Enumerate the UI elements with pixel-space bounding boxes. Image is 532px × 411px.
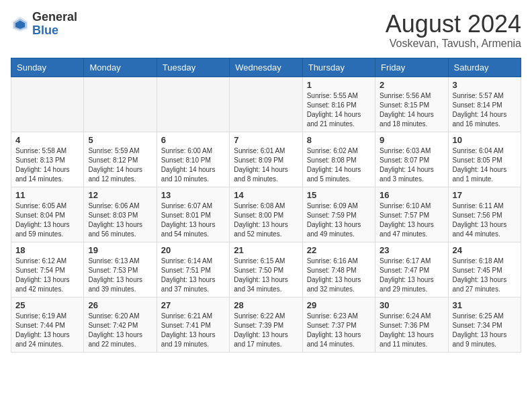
day-cell: 19Sunrise: 6:13 AM Sunset: 7:53 PM Dayli… [84, 242, 157, 297]
logo-general-text: General [32, 11, 77, 24]
logo-blue-text: Blue [32, 24, 77, 38]
day-info: Sunrise: 6:07 AM Sunset: 8:01 PM Dayligh… [161, 201, 225, 239]
day-info: Sunrise: 6:00 AM Sunset: 8:10 PM Dayligh… [161, 146, 225, 184]
day-info: Sunrise: 6:25 AM Sunset: 7:34 PM Dayligh… [453, 312, 517, 349]
calendar-header: SundayMondayTuesdayWednesdayThursdayFrid… [11, 58, 521, 77]
day-cell: 18Sunrise: 6:12 AM Sunset: 7:54 PM Dayli… [11, 242, 84, 297]
day-cell: 22Sunrise: 6:16 AM Sunset: 7:48 PM Dayli… [302, 242, 375, 297]
day-number: 28 [234, 300, 298, 310]
day-number: 17 [453, 190, 517, 200]
day-cell [230, 77, 302, 132]
day-info: Sunrise: 6:23 AM Sunset: 7:37 PM Dayligh… [307, 312, 371, 349]
logo-text: General Blue [32, 11, 77, 38]
day-info: Sunrise: 6:01 AM Sunset: 8:09 PM Dayligh… [234, 146, 298, 184]
day-number: 6 [161, 135, 225, 145]
day-cell: 1Sunrise: 5:55 AM Sunset: 8:16 PM Daylig… [302, 77, 375, 132]
day-number: 30 [380, 300, 443, 310]
day-number: 14 [234, 190, 298, 200]
day-cell: 25Sunrise: 6:19 AM Sunset: 7:44 PM Dayli… [11, 297, 84, 352]
week-row-4: 18Sunrise: 6:12 AM Sunset: 7:54 PM Dayli… [11, 242, 521, 297]
day-cell: 7Sunrise: 6:01 AM Sunset: 8:09 PM Daylig… [230, 132, 302, 187]
day-cell: 21Sunrise: 6:15 AM Sunset: 7:50 PM Dayli… [230, 242, 302, 297]
day-cell [11, 77, 84, 132]
day-cell: 5Sunrise: 5:59 AM Sunset: 8:12 PM Daylig… [84, 132, 157, 187]
day-info: Sunrise: 6:15 AM Sunset: 7:50 PM Dayligh… [234, 257, 298, 294]
day-info: Sunrise: 5:55 AM Sunset: 8:16 PM Dayligh… [307, 91, 371, 129]
day-cell [157, 77, 229, 132]
day-cell: 31Sunrise: 6:25 AM Sunset: 7:34 PM Dayli… [448, 297, 521, 352]
day-cell: 12Sunrise: 6:06 AM Sunset: 8:03 PM Dayli… [84, 187, 157, 242]
day-cell: 14Sunrise: 6:08 AM Sunset: 8:00 PM Dayli… [230, 187, 302, 242]
header-sunday: Sunday [11, 58, 84, 77]
day-cell: 4Sunrise: 5:58 AM Sunset: 8:13 PM Daylig… [11, 132, 84, 187]
header-friday: Friday [375, 58, 448, 77]
day-number: 21 [234, 245, 298, 255]
day-number: 2 [380, 80, 443, 90]
day-cell: 6Sunrise: 6:00 AM Sunset: 8:10 PM Daylig… [157, 132, 229, 187]
day-number: 7 [234, 135, 298, 145]
day-number: 12 [88, 190, 152, 200]
day-number: 31 [453, 300, 517, 310]
title-section: August 2024 Voskevan, Tavush, Armenia [386, 11, 521, 50]
day-info: Sunrise: 6:17 AM Sunset: 7:47 PM Dayligh… [380, 257, 443, 294]
day-cell: 8Sunrise: 6:02 AM Sunset: 8:08 PM Daylig… [302, 132, 375, 187]
day-cell [84, 77, 157, 132]
day-cell: 26Sunrise: 6:20 AM Sunset: 7:42 PM Dayli… [84, 297, 157, 352]
header-wednesday: Wednesday [230, 58, 302, 77]
day-number: 29 [307, 300, 371, 310]
day-cell: 9Sunrise: 6:03 AM Sunset: 8:07 PM Daylig… [375, 132, 448, 187]
day-info: Sunrise: 6:20 AM Sunset: 7:42 PM Dayligh… [88, 312, 152, 349]
day-number: 13 [161, 190, 225, 200]
day-cell: 23Sunrise: 6:17 AM Sunset: 7:47 PM Dayli… [375, 242, 448, 297]
day-info: Sunrise: 6:11 AM Sunset: 7:56 PM Dayligh… [453, 201, 517, 239]
day-info: Sunrise: 5:57 AM Sunset: 8:14 PM Dayligh… [453, 91, 517, 129]
week-row-2: 4Sunrise: 5:58 AM Sunset: 8:13 PM Daylig… [11, 132, 521, 187]
day-cell: 16Sunrise: 6:10 AM Sunset: 7:57 PM Dayli… [375, 187, 448, 242]
day-info: Sunrise: 6:04 AM Sunset: 8:05 PM Dayligh… [453, 146, 517, 184]
day-info: Sunrise: 6:05 AM Sunset: 8:04 PM Dayligh… [15, 201, 79, 239]
logo-icon [11, 15, 30, 34]
day-number: 9 [380, 135, 443, 145]
day-cell: 30Sunrise: 6:24 AM Sunset: 7:36 PM Dayli… [375, 297, 448, 352]
page-header: General Blue August 2024 Voskevan, Tavus… [11, 11, 521, 50]
day-cell: 10Sunrise: 6:04 AM Sunset: 8:05 PM Dayli… [448, 132, 521, 187]
day-info: Sunrise: 6:22 AM Sunset: 7:39 PM Dayligh… [234, 312, 298, 349]
day-number: 24 [453, 245, 517, 255]
calendar-body: 1Sunrise: 5:55 AM Sunset: 8:16 PM Daylig… [11, 77, 521, 352]
day-info: Sunrise: 6:02 AM Sunset: 8:08 PM Dayligh… [307, 146, 371, 184]
month-year-title: August 2024 [386, 11, 521, 38]
day-cell: 17Sunrise: 6:11 AM Sunset: 7:56 PM Dayli… [448, 187, 521, 242]
day-info: Sunrise: 6:19 AM Sunset: 7:44 PM Dayligh… [15, 312, 79, 349]
day-info: Sunrise: 6:16 AM Sunset: 7:48 PM Dayligh… [307, 257, 371, 294]
header-monday: Monday [84, 58, 157, 77]
day-cell: 11Sunrise: 6:05 AM Sunset: 8:04 PM Dayli… [11, 187, 84, 242]
day-cell: 27Sunrise: 6:21 AM Sunset: 7:41 PM Dayli… [157, 297, 229, 352]
header-tuesday: Tuesday [157, 58, 229, 77]
week-row-5: 25Sunrise: 6:19 AM Sunset: 7:44 PM Dayli… [11, 297, 521, 352]
day-number: 3 [453, 80, 517, 90]
day-info: Sunrise: 6:08 AM Sunset: 8:00 PM Dayligh… [234, 201, 298, 239]
day-info: Sunrise: 6:09 AM Sunset: 7:59 PM Dayligh… [307, 201, 371, 239]
day-info: Sunrise: 6:13 AM Sunset: 7:53 PM Dayligh… [88, 257, 152, 294]
day-info: Sunrise: 6:12 AM Sunset: 7:54 PM Dayligh… [15, 257, 79, 294]
day-info: Sunrise: 6:14 AM Sunset: 7:51 PM Dayligh… [161, 257, 225, 294]
day-number: 22 [307, 245, 371, 255]
day-cell: 24Sunrise: 6:18 AM Sunset: 7:45 PM Dayli… [448, 242, 521, 297]
day-cell: 29Sunrise: 6:23 AM Sunset: 7:37 PM Dayli… [302, 297, 375, 352]
header-thursday: Thursday [302, 58, 375, 77]
day-cell: 15Sunrise: 6:09 AM Sunset: 7:59 PM Dayli… [302, 187, 375, 242]
day-number: 18 [15, 245, 79, 255]
day-number: 26 [88, 300, 152, 310]
day-cell: 3Sunrise: 5:57 AM Sunset: 8:14 PM Daylig… [448, 77, 521, 132]
day-number: 27 [161, 300, 225, 310]
day-number: 19 [88, 245, 152, 255]
day-cell: 2Sunrise: 5:56 AM Sunset: 8:15 PM Daylig… [375, 77, 448, 132]
day-number: 23 [380, 245, 443, 255]
week-row-1: 1Sunrise: 5:55 AM Sunset: 8:16 PM Daylig… [11, 77, 521, 132]
location-subtitle: Voskevan, Tavush, Armenia [386, 38, 521, 50]
day-cell: 28Sunrise: 6:22 AM Sunset: 7:39 PM Dayli… [230, 297, 302, 352]
header-saturday: Saturday [448, 58, 521, 77]
day-cell: 13Sunrise: 6:07 AM Sunset: 8:01 PM Dayli… [157, 187, 229, 242]
day-info: Sunrise: 6:10 AM Sunset: 7:57 PM Dayligh… [380, 201, 443, 239]
day-info: Sunrise: 6:06 AM Sunset: 8:03 PM Dayligh… [88, 201, 152, 239]
